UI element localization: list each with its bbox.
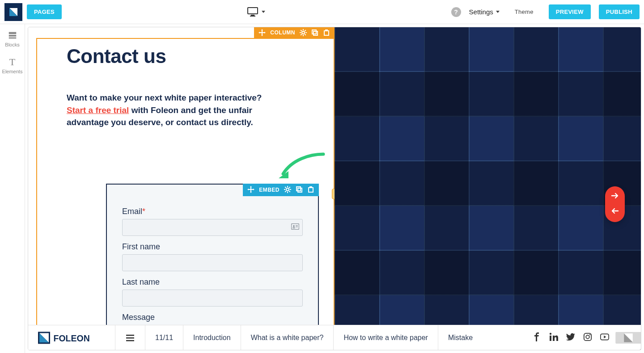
arrow-left-icon bbox=[611, 207, 619, 215]
editor-canvas: COLUMN Contact us Want to make your next… bbox=[28, 27, 641, 350]
svg-rect-4 bbox=[8, 35, 16, 37]
publish-button[interactable]: PUBLISH bbox=[599, 4, 640, 19]
settings-menu[interactable]: Settings bbox=[469, 8, 500, 16]
desktop-icon bbox=[247, 7, 258, 17]
svg-rect-61 bbox=[550, 336, 551, 341]
svg-rect-21 bbox=[312, 30, 316, 34]
svg-marker-67 bbox=[604, 335, 606, 338]
chevron-down-icon bbox=[262, 11, 265, 13]
column-toolbar-label: COLUMN bbox=[270, 29, 295, 36]
device-preview-select[interactable] bbox=[247, 7, 265, 17]
svg-marker-30 bbox=[253, 189, 254, 190]
left-rail: Blocks T Elements bbox=[0, 24, 25, 353]
svg-line-20 bbox=[301, 34, 301, 35]
tab-what-is[interactable]: What is a white paper? bbox=[241, 325, 334, 350]
email-label: Email* bbox=[122, 207, 303, 216]
twitter-icon[interactable] bbox=[566, 332, 575, 343]
canvas-wrap: COLUMN Contact us Want to make your next… bbox=[25, 24, 644, 353]
svg-rect-23 bbox=[324, 31, 329, 35]
theme-button[interactable]: Theme bbox=[508, 4, 541, 19]
social-links bbox=[526, 332, 616, 343]
svg-rect-3 bbox=[8, 32, 16, 34]
arrow-right-icon bbox=[611, 192, 619, 200]
embed-toolbar-label: EMBED bbox=[259, 187, 280, 193]
gear-icon[interactable] bbox=[300, 29, 307, 36]
svg-rect-58 bbox=[126, 340, 134, 341]
tab-introduction[interactable]: Introduction bbox=[183, 325, 241, 350]
rail-blocks[interactable]: Blocks bbox=[5, 30, 19, 47]
foleon-logo-icon: FOLEON bbox=[38, 331, 105, 345]
page-counter: 11/11 bbox=[145, 325, 183, 350]
duplicate-icon[interactable] bbox=[296, 186, 303, 194]
duplicate-icon[interactable] bbox=[311, 29, 318, 36]
svg-text:FOLEON: FOLEON bbox=[54, 333, 90, 343]
page-left-column: COLUMN Contact us Want to make your next… bbox=[28, 27, 335, 350]
svg-marker-29 bbox=[247, 189, 249, 190]
topbar: PAGES ? Settings Theme PREVIEW PUBLISH bbox=[0, 0, 644, 24]
svg-rect-0 bbox=[248, 8, 258, 14]
trash-icon[interactable] bbox=[323, 29, 330, 36]
move-icon[interactable] bbox=[258, 29, 266, 36]
svg-rect-1 bbox=[251, 15, 254, 16]
svg-rect-42 bbox=[297, 187, 301, 191]
svg-point-33 bbox=[286, 188, 289, 191]
svg-point-48 bbox=[293, 225, 295, 227]
svg-rect-32 bbox=[249, 189, 253, 190]
svg-rect-57 bbox=[126, 337, 134, 339]
svg-line-41 bbox=[285, 191, 286, 192]
svg-marker-8 bbox=[258, 32, 260, 34]
foleon-mark-button[interactable] bbox=[616, 332, 641, 344]
svg-line-38 bbox=[285, 187, 286, 188]
svg-line-40 bbox=[289, 187, 290, 188]
svg-marker-9 bbox=[264, 32, 266, 34]
svg-rect-45 bbox=[309, 186, 312, 187]
youtube-icon[interactable] bbox=[600, 332, 609, 343]
blocks-icon bbox=[8, 30, 17, 40]
svg-marker-7 bbox=[261, 35, 263, 36]
gear-icon[interactable] bbox=[284, 186, 291, 194]
rail-elements-label: Elements bbox=[2, 69, 23, 74]
column-toolbar: COLUMN bbox=[254, 27, 335, 39]
tab-how-to[interactable]: How to write a white paper bbox=[334, 325, 438, 350]
message-label: Message bbox=[122, 313, 303, 322]
svg-rect-46 bbox=[308, 187, 314, 188]
svg-rect-5 bbox=[8, 38, 16, 39]
svg-point-12 bbox=[302, 31, 305, 34]
pages-button[interactable]: PAGES bbox=[27, 4, 62, 19]
svg-rect-43 bbox=[298, 188, 302, 192]
bottombar: FOLEON 11/11 Introduction What is a whit… bbox=[28, 325, 641, 350]
facebook-icon[interactable] bbox=[532, 332, 541, 343]
svg-rect-44 bbox=[309, 188, 313, 192]
svg-line-19 bbox=[305, 30, 306, 31]
first-name-field[interactable] bbox=[122, 254, 303, 271]
svg-point-64 bbox=[586, 335, 589, 339]
hamburger-icon bbox=[125, 333, 135, 343]
svg-rect-2 bbox=[250, 16, 255, 17]
svg-rect-56 bbox=[126, 335, 134, 336]
email-field[interactable] bbox=[122, 219, 303, 236]
chevron-down-icon bbox=[496, 11, 500, 13]
preview-button[interactable]: PREVIEW bbox=[549, 4, 591, 19]
brand-cell[interactable]: FOLEON bbox=[28, 325, 115, 350]
svg-marker-6 bbox=[261, 29, 263, 30]
next-page-button[interactable] bbox=[611, 192, 619, 202]
menu-button[interactable] bbox=[115, 325, 145, 350]
help-icon[interactable]: ? bbox=[451, 7, 461, 17]
prev-page-button[interactable] bbox=[611, 207, 619, 217]
svg-marker-27 bbox=[250, 186, 252, 187]
svg-rect-22 bbox=[314, 31, 318, 35]
tab-mistakes[interactable]: Mistake bbox=[438, 325, 483, 350]
instagram-icon[interactable] bbox=[583, 332, 592, 343]
last-name-field[interactable] bbox=[122, 290, 303, 307]
trash-icon[interactable] bbox=[307, 186, 314, 194]
svg-rect-25 bbox=[324, 30, 329, 31]
first-name-label: First name bbox=[122, 242, 303, 252]
svg-rect-51 bbox=[296, 227, 298, 227]
svg-rect-50 bbox=[296, 225, 298, 226]
svg-line-39 bbox=[289, 191, 290, 192]
svg-point-65 bbox=[589, 334, 590, 335]
rail-blocks-label: Blocks bbox=[5, 42, 19, 47]
linkedin-icon[interactable] bbox=[549, 332, 558, 343]
rail-elements[interactable]: T Elements bbox=[2, 57, 23, 74]
move-icon[interactable] bbox=[247, 186, 254, 194]
